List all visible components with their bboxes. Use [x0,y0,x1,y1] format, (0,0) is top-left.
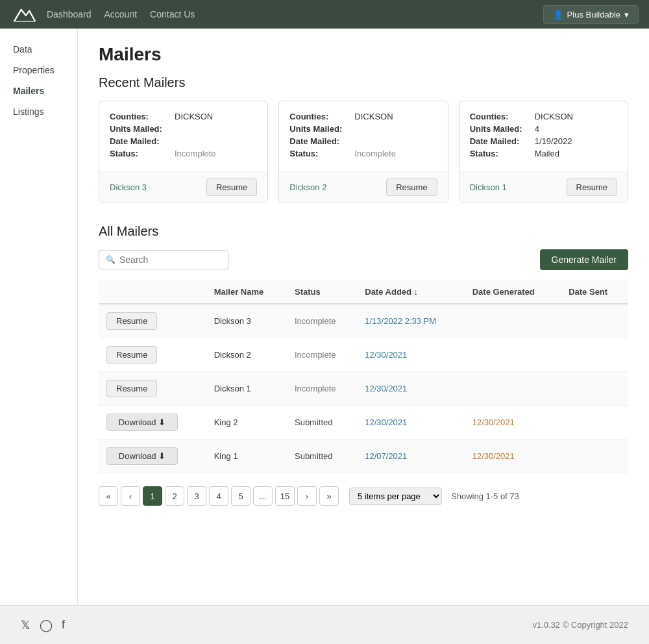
mailers-table: Mailer Name Status Date Added ↓ Date Gen… [99,280,628,473]
row-date-generated-2 [465,372,561,406]
date-value: 1/19/2022 [535,136,572,146]
recent-mailers-cards: Counties: DICKSON Units Mailed: Date Mai… [99,101,628,203]
page-15[interactable]: 15 [275,486,295,506]
status-value: Mailed [535,149,559,158]
row-date-sent-0 [561,304,628,338]
generate-mailer-button[interactable]: Generate Mailer [540,249,628,270]
page-2[interactable]: 2 [165,486,184,506]
page-first[interactable]: « [99,486,118,506]
row-action-0[interactable]: Resume [106,312,157,330]
row-status-0: Incomplete [287,304,357,338]
row-action-2[interactable]: Resume [106,380,157,397]
twitter-icon[interactable]: 𝕏 [21,618,31,632]
sidebar-item-data[interactable]: Data [0,39,77,60]
counties-value: DICKSON [354,112,393,121]
status-value: Incomplete [175,149,216,158]
row-action-3[interactable]: Download ⬇ [106,414,178,431]
logo [10,0,39,29]
user-menu-button[interactable]: 👤 Plus Buildable ▾ [543,5,639,24]
date-label: Date Mailed: [110,136,175,146]
status-label: Status: [110,149,175,158]
card-name-1[interactable]: Dickson 2 [289,182,326,192]
facebook-icon[interactable]: f [62,618,65,632]
row-name-4: King 1 [206,440,287,473]
card-name-2[interactable]: Dickson 1 [470,182,507,192]
nav-account[interactable]: Account [104,9,138,19]
col-status: Status [287,280,357,304]
status-label: Status: [470,149,535,158]
table-header-row: Mailer Name Status Date Added ↓ Date Gen… [99,280,628,304]
row-status-4: Submitted [287,440,357,473]
card-name-0[interactable]: Dickson 3 [110,182,147,192]
table-row: Resume Dickson 3 Incomplete 1/13/2022 2:… [99,304,628,338]
sidebar-item-listings[interactable]: Listings [0,101,77,122]
col-date-generated: Date Generated [465,280,561,304]
page-ellipsis: ... [253,486,273,506]
sidebar-item-mailers[interactable]: Mailers [0,80,77,101]
row-date-added-0: 1/13/2022 2:33 PM [357,304,464,338]
counties-label: Counties: [470,112,535,121]
row-date-added-3: 12/30/2021 [357,406,464,440]
main-content: Mailers Recent Mailers Counties: DICKSON… [78,29,649,605]
row-status-3: Submitted [287,406,357,440]
counties-label: Counties: [289,112,354,121]
date-label: Date Mailed: [289,136,354,146]
row-status-2: Incomplete [287,372,357,406]
table-row: Download ⬇ King 1 Submitted 12/07/2021 1… [99,440,628,473]
table-row: Resume Dickson 2 Incomplete 12/30/2021 [99,338,628,372]
counties-value: DICKSON [175,112,213,121]
top-nav: Dashboard Account Contact Us 👤 Plus Buil… [0,0,649,29]
page-last[interactable]: » [319,486,339,506]
page-5[interactable]: 5 [231,486,251,506]
table-row: Resume Dickson 1 Incomplete 12/30/2021 [99,372,628,406]
date-label: Date Mailed: [470,136,535,146]
table-row: Download ⬇ King 2 Submitted 12/30/2021 1… [99,406,628,440]
footer: 𝕏 ◯ f v1.0.32 © Copyright 2022 [0,605,649,644]
row-name-2: Dickson 1 [206,372,287,406]
search-input[interactable] [119,254,221,265]
page-4[interactable]: 4 [209,486,228,506]
units-label: Units Mailed: [110,124,175,134]
recent-mailers-title: Recent Mailers [99,75,628,90]
footer-social: 𝕏 ◯ f [21,618,65,632]
page-prev[interactable]: ‹ [121,486,140,506]
row-date-generated-1 [465,338,561,372]
row-date-generated-3: 12/30/2021 [465,406,561,440]
page-3[interactable]: 3 [187,486,206,506]
row-action-1[interactable]: Resume [106,346,157,364]
showing-text: Showing 1-5 of 73 [451,491,519,501]
nav-dashboard[interactable]: Dashboard [47,9,92,19]
all-mailers-header: 🔍 Generate Mailer [99,249,628,270]
row-date-generated-0 [465,304,561,338]
card-resume-1[interactable]: Resume [386,179,437,196]
mailer-card-1: Counties: DICKSON Units Mailed: Date Mai… [278,101,448,203]
row-date-added-4: 12/07/2021 [357,440,464,473]
page-next[interactable]: › [297,486,317,506]
card-resume-2[interactable]: Resume [567,179,617,196]
instagram-icon[interactable]: ◯ [40,618,53,632]
nav-contact[interactable]: Contact Us [150,9,195,19]
row-status-1: Incomplete [287,338,357,372]
row-date-sent-2 [561,372,628,406]
status-label: Status: [289,149,354,158]
row-name-3: King 2 [206,406,287,440]
search-box: 🔍 [99,250,228,269]
row-date-sent-4 [561,440,628,473]
row-action-4[interactable]: Download ⬇ [106,447,178,465]
page-1[interactable]: 1 [143,486,162,506]
main-layout: Data Properties Mailers Listings Mailers… [0,29,649,605]
units-label: Units Mailed: [470,124,535,134]
pagination: « ‹ 1 2 3 4 5 ... 15 › » 5 items per pag… [99,486,628,506]
footer-copyright: v1.0.32 © Copyright 2022 [532,620,628,630]
card-resume-0[interactable]: Resume [206,179,257,196]
page-title: Mailers [99,44,628,65]
per-page-select[interactable]: 5 items per page 10 items per page 25 it… [349,488,442,505]
col-date-added[interactable]: Date Added ↓ [357,280,464,304]
row-date-sent-3 [561,406,628,440]
sidebar-item-properties[interactable]: Properties [0,60,77,80]
col-name: Mailer Name [206,280,287,304]
counties-value: DICKSON [535,112,573,121]
row-date-sent-1 [561,338,628,372]
row-name-0: Dickson 3 [206,304,287,338]
mailer-card-0: Counties: DICKSON Units Mailed: Date Mai… [99,101,268,203]
